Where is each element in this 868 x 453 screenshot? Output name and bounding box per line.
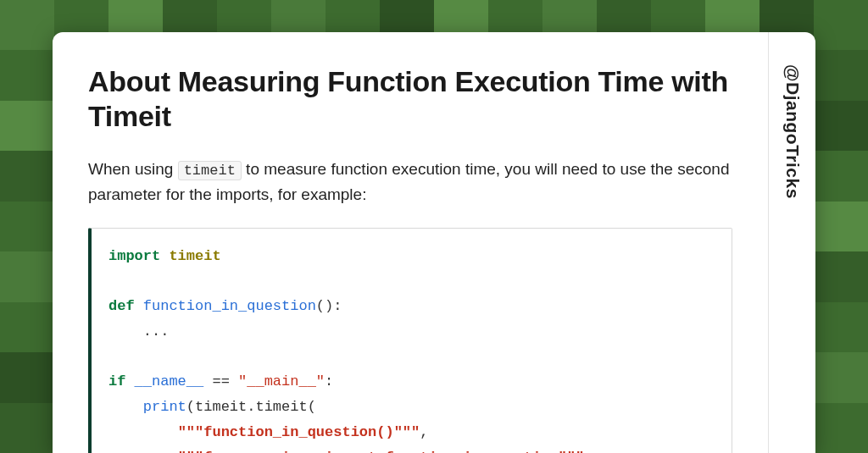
code-eq: == [203, 373, 238, 389]
code-comma-2: , [584, 450, 593, 453]
article-card: About Measuring Function Execution Time … [53, 32, 815, 453]
code-str-arg2: """from __main__ import function_in_ques… [178, 450, 584, 453]
code-kw-if: if [108, 373, 125, 389]
code-dunder-name: __name__ [135, 373, 204, 389]
inline-code-timeit: timeit [178, 161, 242, 180]
code-indent-2 [108, 424, 178, 440]
intro-text-pre: When using [88, 160, 178, 178]
code-indent-3 [108, 450, 178, 453]
sidebar: @DjangoTricks [768, 32, 815, 453]
code-comma-1: , [420, 424, 428, 440]
code-kw-import: import [108, 248, 160, 264]
code-str-main: "__main__" [238, 373, 325, 389]
article-content: About Measuring Function Execution Time … [53, 32, 768, 453]
code-colon: : [325, 373, 333, 389]
code-call-print: print [143, 399, 186, 415]
article-title: About Measuring Function Execution Time … [88, 64, 732, 135]
code-open-call: (timeit.timeit( [186, 399, 316, 415]
code-ellipsis: ... [108, 323, 169, 340]
code-module-timeit: timeit [169, 248, 220, 264]
code-str-arg1: """function_in_question()""" [178, 424, 420, 440]
code-fn-parens: (): [316, 298, 342, 314]
article-intro: When using timeit to measure function ex… [88, 157, 732, 207]
code-block: import timeit def function_in_question()… [88, 228, 732, 453]
code-fn-name: function_in_question [143, 298, 316, 314]
code-indent-1 [108, 399, 143, 415]
code-kw-def: def [108, 298, 135, 314]
brand-handle: @DjangoTricks [782, 64, 803, 199]
